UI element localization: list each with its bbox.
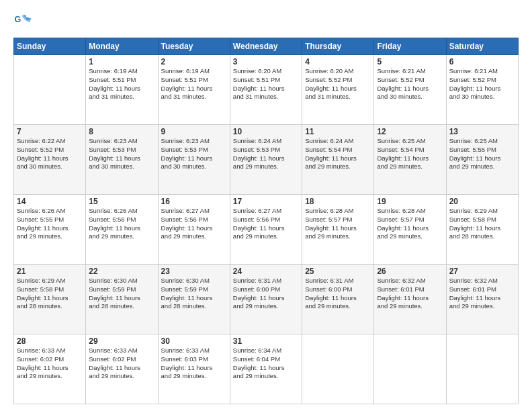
calendar-cell: 8Sunrise: 6:23 AMSunset: 5:53 PMDaylight… <box>86 125 158 195</box>
day-info: Sunrise: 6:23 AMSunset: 5:53 PMDaylight:… <box>161 137 227 171</box>
day-number: 29 <box>89 336 154 346</box>
calendar-cell: 18Sunrise: 6:28 AMSunset: 5:57 PMDayligh… <box>302 195 374 265</box>
calendar-week-row: 7Sunrise: 6:22 AMSunset: 5:52 PMDaylight… <box>14 125 519 195</box>
calendar-cell: 27Sunrise: 6:32 AMSunset: 6:01 PMDayligh… <box>446 265 518 334</box>
calendar-cell: 11Sunrise: 6:24 AMSunset: 5:54 PMDayligh… <box>302 125 374 195</box>
day-info: Sunrise: 6:28 AMSunset: 5:57 PMDaylight:… <box>377 207 443 241</box>
day-number: 11 <box>305 127 371 136</box>
calendar-cell: 23Sunrise: 6:30 AMSunset: 5:59 PMDayligh… <box>158 265 230 334</box>
day-header-sunday: Sunday <box>14 38 86 55</box>
calendar-cell: 15Sunrise: 6:26 AMSunset: 5:56 PMDayligh… <box>86 195 158 265</box>
calendar-cell: 21Sunrise: 6:29 AMSunset: 5:58 PMDayligh… <box>14 265 86 334</box>
calendar-cell: 3Sunrise: 6:20 AMSunset: 5:51 PMDaylight… <box>230 55 302 125</box>
day-info: Sunrise: 6:26 AMSunset: 5:55 PMDaylight:… <box>17 207 83 241</box>
day-header-monday: Monday <box>86 38 158 55</box>
day-header-tuesday: Tuesday <box>158 38 230 55</box>
calendar-cell: 22Sunrise: 6:30 AMSunset: 5:59 PMDayligh… <box>86 265 158 334</box>
day-info: Sunrise: 6:19 AMSunset: 5:51 PMDaylight:… <box>161 67 227 101</box>
day-number: 1 <box>89 57 154 66</box>
calendar-cell <box>374 334 446 404</box>
day-number: 16 <box>161 197 227 206</box>
day-info: Sunrise: 6:21 AMSunset: 5:52 PMDaylight:… <box>449 67 515 101</box>
day-info: Sunrise: 6:21 AMSunset: 5:52 PMDaylight:… <box>377 67 443 101</box>
logo-icon: G <box>13 12 32 31</box>
day-number: 24 <box>233 267 299 276</box>
calendar-cell: 17Sunrise: 6:27 AMSunset: 5:56 PMDayligh… <box>230 195 302 265</box>
calendar-cell: 2Sunrise: 6:19 AMSunset: 5:51 PMDaylight… <box>158 55 230 125</box>
calendar-cell: 10Sunrise: 6:24 AMSunset: 5:53 PMDayligh… <box>230 125 302 195</box>
calendar-header-row: SundayMondayTuesdayWednesdayThursdayFrid… <box>14 38 519 55</box>
day-number: 20 <box>449 197 515 206</box>
day-number: 18 <box>305 197 371 206</box>
day-number: 13 <box>449 127 515 136</box>
day-number: 10 <box>233 127 299 136</box>
day-header-thursday: Thursday <box>302 38 374 55</box>
calendar-cell: 16Sunrise: 6:27 AMSunset: 5:56 PMDayligh… <box>158 195 230 265</box>
day-number: 14 <box>17 197 83 206</box>
day-info: Sunrise: 6:34 AMSunset: 6:04 PMDaylight:… <box>233 347 299 381</box>
day-number: 2 <box>161 57 227 66</box>
calendar-cell: 7Sunrise: 6:22 AMSunset: 5:52 PMDaylight… <box>14 125 86 195</box>
calendar-cell: 31Sunrise: 6:34 AMSunset: 6:04 PMDayligh… <box>230 334 302 404</box>
calendar-cell: 6Sunrise: 6:21 AMSunset: 5:52 PMDaylight… <box>446 55 518 125</box>
day-number: 9 <box>161 127 227 136</box>
day-info: Sunrise: 6:28 AMSunset: 5:57 PMDaylight:… <box>305 207 371 241</box>
calendar-week-row: 1Sunrise: 6:19 AMSunset: 5:51 PMDaylight… <box>14 55 519 125</box>
day-info: Sunrise: 6:31 AMSunset: 6:00 PMDaylight:… <box>305 277 371 311</box>
calendar-cell <box>446 334 518 404</box>
day-info: Sunrise: 6:33 AMSunset: 6:02 PMDaylight:… <box>89 347 154 381</box>
calendar-cell: 25Sunrise: 6:31 AMSunset: 6:00 PMDayligh… <box>302 265 374 334</box>
day-info: Sunrise: 6:27 AMSunset: 5:56 PMDaylight:… <box>161 207 227 241</box>
calendar-cell: 5Sunrise: 6:21 AMSunset: 5:52 PMDaylight… <box>374 55 446 125</box>
day-info: Sunrise: 6:32 AMSunset: 6:01 PMDaylight:… <box>449 277 515 311</box>
calendar-cell: 1Sunrise: 6:19 AMSunset: 5:51 PMDaylight… <box>86 55 158 125</box>
day-number: 19 <box>377 197 443 206</box>
svg-text:G: G <box>14 15 21 24</box>
day-info: Sunrise: 6:30 AMSunset: 5:59 PMDaylight:… <box>89 277 154 311</box>
day-number: 23 <box>161 267 227 276</box>
day-info: Sunrise: 6:24 AMSunset: 5:53 PMDaylight:… <box>233 137 299 171</box>
calendar-cell: 9Sunrise: 6:23 AMSunset: 5:53 PMDaylight… <box>158 125 230 195</box>
day-info: Sunrise: 6:29 AMSunset: 5:58 PMDaylight:… <box>17 277 83 311</box>
day-number: 12 <box>377 127 443 136</box>
calendar-cell: 26Sunrise: 6:32 AMSunset: 6:01 PMDayligh… <box>374 265 446 334</box>
day-number: 28 <box>17 336 83 346</box>
calendar-cell: 19Sunrise: 6:28 AMSunset: 5:57 PMDayligh… <box>374 195 446 265</box>
day-info: Sunrise: 6:20 AMSunset: 5:51 PMDaylight:… <box>233 67 299 101</box>
day-info: Sunrise: 6:33 AMSunset: 6:03 PMDaylight:… <box>161 347 227 381</box>
calendar-cell: 30Sunrise: 6:33 AMSunset: 6:03 PMDayligh… <box>158 334 230 404</box>
calendar-week-row: 28Sunrise: 6:33 AMSunset: 6:02 PMDayligh… <box>14 334 519 404</box>
day-number: 7 <box>17 127 83 136</box>
day-info: Sunrise: 6:22 AMSunset: 5:52 PMDaylight:… <box>17 137 83 171</box>
day-info: Sunrise: 6:33 AMSunset: 6:02 PMDaylight:… <box>17 347 83 381</box>
day-number: 27 <box>449 267 515 276</box>
calendar-cell: 20Sunrise: 6:29 AMSunset: 5:58 PMDayligh… <box>446 195 518 265</box>
day-number: 17 <box>233 197 299 206</box>
day-number: 5 <box>377 57 443 66</box>
day-number: 31 <box>233 336 299 346</box>
calendar-cell: 12Sunrise: 6:25 AMSunset: 5:54 PMDayligh… <box>374 125 446 195</box>
day-header-wednesday: Wednesday <box>230 38 302 55</box>
calendar-cell <box>302 334 374 404</box>
day-info: Sunrise: 6:25 AMSunset: 5:54 PMDaylight:… <box>377 137 443 171</box>
day-number: 30 <box>161 336 227 346</box>
header: G <box>13 12 519 31</box>
day-info: Sunrise: 6:31 AMSunset: 6:00 PMDaylight:… <box>233 277 299 311</box>
day-info: Sunrise: 6:25 AMSunset: 5:55 PMDaylight:… <box>449 137 515 171</box>
calendar-week-row: 21Sunrise: 6:29 AMSunset: 5:58 PMDayligh… <box>14 265 519 334</box>
day-header-friday: Friday <box>374 38 446 55</box>
day-number: 6 <box>449 57 515 66</box>
logo: G <box>13 12 35 31</box>
day-number: 4 <box>305 57 371 66</box>
calendar-cell <box>14 55 86 125</box>
day-number: 22 <box>89 267 154 276</box>
day-info: Sunrise: 6:20 AMSunset: 5:52 PMDaylight:… <box>305 67 371 101</box>
day-number: 26 <box>377 267 443 276</box>
day-info: Sunrise: 6:32 AMSunset: 6:01 PMDaylight:… <box>377 277 443 311</box>
day-info: Sunrise: 6:27 AMSunset: 5:56 PMDaylight:… <box>233 207 299 241</box>
day-number: 21 <box>17 267 83 276</box>
day-info: Sunrise: 6:29 AMSunset: 5:58 PMDaylight:… <box>449 207 515 241</box>
calendar-cell: 4Sunrise: 6:20 AMSunset: 5:52 PMDaylight… <box>302 55 374 125</box>
calendar-cell: 24Sunrise: 6:31 AMSunset: 6:00 PMDayligh… <box>230 265 302 334</box>
day-info: Sunrise: 6:24 AMSunset: 5:54 PMDaylight:… <box>305 137 371 171</box>
